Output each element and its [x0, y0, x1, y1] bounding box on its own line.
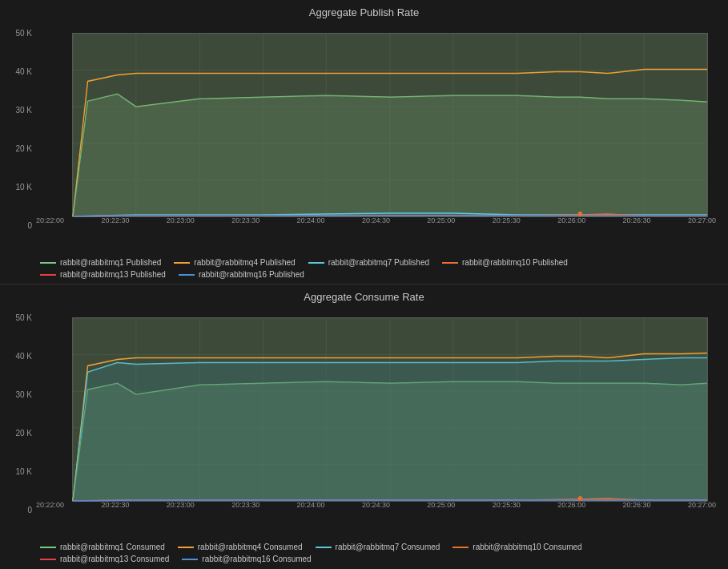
c-legend-item-1: rabbit@rabbitmq1 Consumed — [40, 543, 165, 551]
c-x-label-10: 20:27:00 — [688, 501, 716, 509]
c-legend-item-10: rabbit@rabbitmq10 Consumed — [452, 543, 581, 551]
consume-rate-title: Aggregate Consume Rate — [0, 284, 728, 306]
legend-item-10: rabbit@rabbitmq10 Published — [442, 258, 568, 267]
svg-marker-17 — [73, 94, 707, 216]
y-label-30k: 30 K — [0, 107, 32, 115]
x-label-5: 20:24:30 — [362, 216, 390, 224]
x-label-2: 20:23:00 — [167, 216, 195, 224]
x-label-8: 20:26:00 — [557, 216, 585, 224]
x-label-6: 20:25:00 — [427, 216, 455, 224]
y-label-20k: 20 K — [0, 145, 32, 153]
c-x-label-9: 20:26:30 — [623, 501, 651, 509]
consume-rate-chart: Aggregate Consume Rate 50 K 40 K 30 K 20… — [0, 284, 728, 569]
c-y-label-40k: 40 K — [0, 353, 32, 361]
legend-item-7: rabbit@rabbitmq7 Published — [308, 258, 429, 267]
x-label-0: 20:22:00 — [36, 216, 64, 224]
publish-legend: rabbit@rabbitmq1 Published rabbit@rabbit… — [0, 255, 728, 282]
x-label-3: 20:23:30 — [231, 216, 259, 224]
c-x-label-2: 20:23:00 — [167, 501, 195, 509]
x-label-4: 20:24:00 — [297, 216, 325, 224]
c-x-label-4: 20:24:00 — [297, 501, 325, 509]
legend-item-13: rabbit@rabbitmq13 Published — [40, 270, 166, 279]
c-y-label-30k: 30 K — [0, 391, 32, 399]
publish-rate-chart: Aggregate Publish Rate 50 K 40 K 30 K 20… — [0, 0, 728, 284]
svg-marker-37 — [73, 358, 707, 501]
c-x-label-8: 20:26:00 — [557, 501, 585, 509]
c-legend-item-16: rabbit@rabbitmq16 Consumed — [182, 555, 311, 563]
y-label-40k: 40 K — [0, 68, 32, 76]
c-x-label-0: 20:22:00 — [36, 501, 64, 509]
c-x-label-7: 20:25:30 — [493, 501, 521, 509]
y-label-10k: 10 K — [0, 184, 32, 192]
c-legend-item-13: rabbit@rabbitmq13 Consumed — [40, 555, 169, 563]
c-x-label-3: 20:23:30 — [231, 501, 259, 509]
c-y-label-20k: 20 K — [0, 430, 32, 438]
publish-rate-title: Aggregate Publish Rate — [0, 0, 728, 22]
publish-svg — [73, 34, 707, 216]
x-label-10: 20:27:00 — [688, 216, 716, 224]
y-label-50k: 50 K — [0, 30, 32, 38]
c-x-label-6: 20:25:00 — [427, 501, 455, 509]
legend-item-1: rabbit@rabbitmq1 Published — [40, 258, 161, 267]
consume-legend: rabbit@rabbitmq1 Consumed rabbit@rabbitm… — [0, 539, 728, 567]
c-y-label-0: 0 — [0, 506, 32, 515]
x-label-7: 20:25:30 — [493, 216, 521, 224]
c-legend-item-7: rabbit@rabbitmq7 Consumed — [316, 543, 440, 551]
c-y-label-10k: 10 K — [0, 468, 32, 476]
x-label-9: 20:26:30 — [623, 216, 651, 224]
legend-item-4: rabbit@rabbitmq4 Published — [174, 258, 295, 267]
y-label-0: 0 — [0, 222, 32, 230]
c-y-label-50k: 50 K — [0, 314, 32, 322]
c-x-label-5: 20:24:30 — [362, 501, 390, 509]
c-x-label-1: 20:22:30 — [101, 501, 129, 509]
x-label-1: 20:22:30 — [101, 216, 129, 224]
c-legend-item-4: rabbit@rabbitmq4 Consumed — [178, 543, 303, 551]
consume-svg — [73, 318, 707, 501]
legend-item-16: rabbit@rabbitmq16 Published — [179, 270, 304, 279]
